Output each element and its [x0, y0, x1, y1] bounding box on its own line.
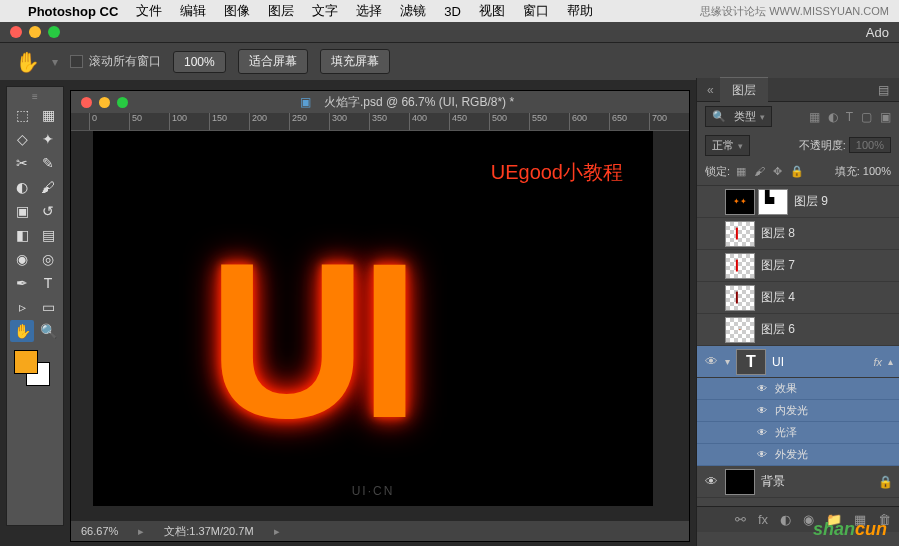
info-arrow-icon[interactable]: ▸	[274, 525, 280, 538]
type-layer-thumbnail[interactable]: T	[736, 349, 766, 375]
fill-screen-button[interactable]: 填充屏幕	[320, 49, 390, 74]
eye-icon[interactable]: 👁	[757, 383, 767, 394]
doc-minimize-icon[interactable]	[99, 97, 110, 108]
layer-row[interactable]: ▎ 图层 4	[697, 282, 899, 314]
fx-name[interactable]: 外发光	[775, 447, 808, 462]
close-window-icon[interactable]	[10, 26, 22, 38]
marquee-tool-icon[interactable]: ▦	[36, 104, 60, 126]
scroll-all-checkbox[interactable]: 滚动所有窗口	[70, 53, 161, 70]
layer-name[interactable]: 图层 7	[761, 257, 893, 274]
hand-tool-icon[interactable]: ✋	[15, 50, 40, 74]
pen-tool-icon[interactable]: ✒	[10, 272, 34, 294]
shape-tool-icon[interactable]: ▭	[36, 296, 60, 318]
foreground-color[interactable]	[14, 350, 38, 374]
crop-tool-icon[interactable]: ✂	[10, 152, 34, 174]
layer-thumbnail[interactable]: ▎	[725, 221, 755, 247]
layer-name[interactable]: UI	[772, 355, 867, 369]
eye-icon[interactable]: 👁	[757, 449, 767, 460]
menu-filter[interactable]: 滤镜	[400, 2, 426, 20]
layer-name[interactable]: 图层 4	[761, 289, 893, 306]
filter-type-icon[interactable]: T	[846, 110, 853, 124]
eyedropper-tool-icon[interactable]: ✎	[36, 152, 60, 174]
history-brush-tool-icon[interactable]: ↺	[36, 200, 60, 222]
path-select-tool-icon[interactable]: ▹	[10, 296, 34, 318]
menu-help[interactable]: 帮助	[567, 2, 593, 20]
layer-style-icon[interactable]: fx	[758, 512, 768, 527]
blend-mode-dropdown[interactable]: 正常	[705, 135, 750, 156]
minimize-window-icon[interactable]	[29, 26, 41, 38]
visibility-toggle[interactable]: 👁	[703, 354, 719, 369]
canvas[interactable]: UEgood小教程 UI UI·CN	[93, 131, 653, 506]
doc-size-info[interactable]: 文档:1.37M/20.7M	[164, 524, 253, 539]
canvas-viewport[interactable]: UEgood小教程 UI UI·CN	[71, 131, 689, 521]
brush-tool-icon[interactable]: 🖌	[36, 176, 60, 198]
doc-maximize-icon[interactable]	[117, 97, 128, 108]
collapse-icon[interactable]: «	[707, 83, 714, 97]
filter-shape-icon[interactable]: ▢	[861, 110, 872, 124]
layer-row[interactable]: 👁 ▾ T UI fx ▴	[697, 346, 899, 378]
menu-type[interactable]: 文字	[312, 2, 338, 20]
layer-mask-icon[interactable]: ◐	[780, 512, 791, 527]
fit-screen-button[interactable]: 适合屏幕	[238, 49, 308, 74]
zoom-level[interactable]: 66.67%	[81, 525, 118, 537]
layer-row[interactable]: · 图层 6	[697, 314, 899, 346]
layer-name[interactable]: 图层 6	[761, 321, 893, 338]
blur-tool-icon[interactable]: ◉	[10, 248, 34, 270]
lock-pixels-icon[interactable]: 🖌	[754, 165, 765, 178]
menu-window[interactable]: 窗口	[523, 2, 549, 20]
layer-thumbnail[interactable]: ·	[725, 317, 755, 343]
layer-row[interactable]: ✦✦ ▙ 图层 9	[697, 186, 899, 218]
panel-menu-icon[interactable]: ▤	[878, 83, 889, 97]
layer-mask-thumbnail[interactable]: ▙	[758, 189, 788, 215]
gradient-tool-icon[interactable]: ▤	[36, 224, 60, 246]
document-titlebar[interactable]: ▣ 火焰字.psd @ 66.7% (UI, RGB/8*) *	[71, 91, 689, 113]
opacity-value[interactable]: 100%	[849, 137, 891, 153]
layer-name[interactable]: 图层 9	[794, 193, 893, 210]
layers-list[interactable]: ✦✦ ▙ 图层 9 ▎ 图层 8 ▎ 图层 7 ▎ 图层 4 ·	[697, 186, 899, 506]
layer-thumbnail[interactable]: ✦✦	[725, 189, 755, 215]
menu-view[interactable]: 视图	[479, 2, 505, 20]
filter-smart-icon[interactable]: ▣	[880, 110, 891, 124]
visibility-toggle[interactable]: 👁	[703, 474, 719, 489]
zoom-100-button[interactable]: 100%	[173, 51, 226, 73]
lock-transparent-icon[interactable]: ▦	[736, 165, 746, 178]
fx-expand-icon[interactable]: ▴	[888, 356, 893, 367]
fx-item-row[interactable]: 👁 光泽	[697, 422, 899, 444]
magic-wand-tool-icon[interactable]: ✦	[36, 128, 60, 150]
type-tool-icon[interactable]: T	[36, 272, 60, 294]
toolbox-grip-icon[interactable]	[10, 92, 60, 100]
link-layers-icon[interactable]: ⚯	[735, 512, 746, 527]
menu-file[interactable]: 文件	[136, 2, 162, 20]
menu-layer[interactable]: 图层	[268, 2, 294, 20]
layer-thumbnail[interactable]: ▎	[725, 253, 755, 279]
checkbox-icon[interactable]	[70, 55, 83, 68]
hand-tool-icon[interactable]: ✋	[10, 320, 34, 342]
zoom-arrow-icon[interactable]: ▸	[138, 525, 144, 538]
fx-item-row[interactable]: 👁 内发光	[697, 400, 899, 422]
lasso-tool-icon[interactable]: ◇	[10, 128, 34, 150]
layer-row[interactable]: ▎ 图层 8	[697, 218, 899, 250]
kind-filter-dropdown[interactable]: 🔍类型	[705, 106, 772, 127]
layer-row[interactable]: 👁 背景 🔒	[697, 466, 899, 498]
layer-row[interactable]: ▎ 图层 7	[697, 250, 899, 282]
fx-item-row[interactable]: 👁 外发光	[697, 444, 899, 466]
color-swatches[interactable]	[10, 350, 60, 390]
fx-name[interactable]: 内发光	[775, 403, 808, 418]
filter-pixel-icon[interactable]: ▦	[809, 110, 820, 124]
menu-edit[interactable]: 编辑	[180, 2, 206, 20]
stamp-tool-icon[interactable]: ▣	[10, 200, 34, 222]
zoom-tool-icon[interactable]: 🔍	[36, 320, 60, 342]
eye-icon[interactable]: 👁	[757, 405, 767, 416]
doc-close-icon[interactable]	[81, 97, 92, 108]
menu-select[interactable]: 选择	[356, 2, 382, 20]
maximize-window-icon[interactable]	[48, 26, 60, 38]
filter-adjust-icon[interactable]: ◐	[828, 110, 838, 124]
dodge-tool-icon[interactable]: ◎	[36, 248, 60, 270]
expand-icon[interactable]: ▾	[725, 356, 730, 367]
fx-name[interactable]: 光泽	[775, 425, 797, 440]
menu-image[interactable]: 图像	[224, 2, 250, 20]
menu-3d[interactable]: 3D	[444, 4, 461, 19]
eye-icon[interactable]: 👁	[757, 427, 767, 438]
layer-name[interactable]: 图层 8	[761, 225, 893, 242]
layer-thumbnail[interactable]: ▎	[725, 285, 755, 311]
